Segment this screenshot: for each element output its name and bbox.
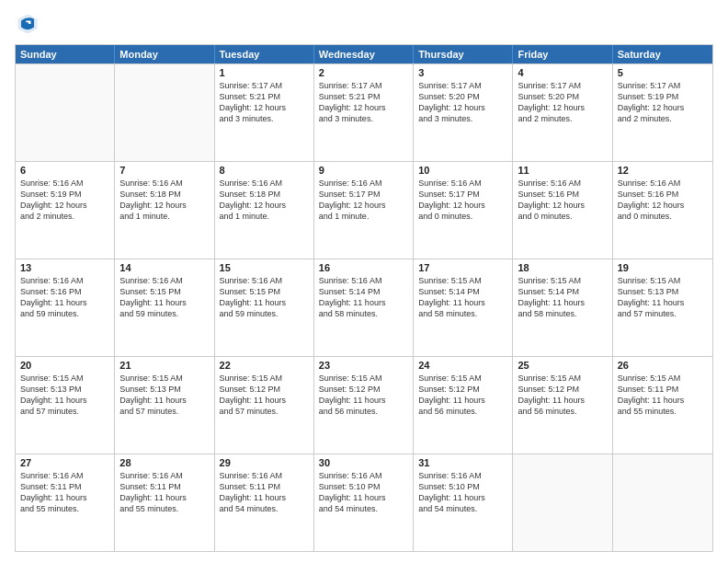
header-day-sunday: Sunday — [16, 45, 115, 63]
cell-line: Sunset: 5:16 PM — [20, 286, 109, 297]
day-cell-13: 13Sunrise: 5:16 AMSunset: 5:16 PMDayligh… — [16, 259, 115, 356]
cell-line: Sunset: 5:15 PM — [220, 286, 309, 297]
cell-line: Sunrise: 5:17 AM — [418, 80, 507, 91]
cell-line: Sunset: 5:16 PM — [518, 189, 607, 200]
cell-line: Sunrise: 5:17 AM — [220, 80, 309, 91]
cell-line: Sunrise: 5:15 AM — [418, 275, 507, 286]
cell-line: and 55 minutes. — [618, 406, 708, 417]
cell-line: Sunrise: 5:16 AM — [220, 178, 309, 189]
cell-line: Sunset: 5:19 PM — [20, 189, 109, 200]
cell-line: and 55 minutes. — [119, 503, 209, 514]
header — [15, 11, 713, 37]
cell-line: and 59 minutes. — [220, 308, 309, 319]
day-number: 15 — [220, 262, 309, 273]
day-cell-17: 17Sunrise: 5:15 AMSunset: 5:14 PMDayligh… — [414, 259, 513, 356]
cell-line: Sunset: 5:21 PM — [319, 91, 408, 102]
day-number: 20 — [20, 360, 109, 371]
cell-line: Sunrise: 5:16 AM — [319, 275, 408, 286]
cell-line: Daylight: 12 hours — [119, 200, 209, 211]
cell-line: Daylight: 12 hours — [319, 102, 408, 113]
day-number: 6 — [20, 165, 109, 176]
cell-line: Sunset: 5:12 PM — [418, 384, 507, 395]
header-day-tuesday: Tuesday — [215, 45, 314, 63]
week-row-5: 27Sunrise: 5:16 AMSunset: 5:11 PMDayligh… — [16, 454, 712, 551]
cell-line: Daylight: 11 hours — [20, 395, 109, 406]
day-number: 9 — [319, 165, 408, 176]
cell-line: Daylight: 12 hours — [518, 200, 607, 211]
empty-cell — [613, 454, 712, 551]
day-cell-11: 11Sunrise: 5:16 AMSunset: 5:16 PMDayligh… — [513, 162, 612, 259]
cell-line: and 59 minutes. — [20, 308, 109, 319]
day-number: 19 — [618, 262, 708, 273]
cell-line: and 0 minutes. — [618, 211, 708, 222]
cell-line: Sunset: 5:11 PM — [220, 481, 309, 492]
cell-line: Daylight: 11 hours — [20, 297, 109, 308]
day-cell-21: 21Sunrise: 5:15 AMSunset: 5:13 PMDayligh… — [115, 357, 214, 454]
cell-line: Daylight: 11 hours — [418, 297, 507, 308]
header-day-wednesday: Wednesday — [314, 45, 414, 63]
day-cell-8: 8Sunrise: 5:16 AMSunset: 5:18 PMDaylight… — [215, 162, 314, 259]
cell-line: Daylight: 12 hours — [618, 200, 708, 211]
header-day-friday: Friday — [513, 45, 612, 63]
day-cell-12: 12Sunrise: 5:16 AMSunset: 5:16 PMDayligh… — [613, 162, 712, 259]
day-number: 2 — [319, 67, 408, 78]
cell-line: Sunset: 5:13 PM — [20, 384, 109, 395]
day-number: 16 — [319, 262, 408, 273]
day-cell-26: 26Sunrise: 5:15 AMSunset: 5:11 PMDayligh… — [613, 357, 712, 454]
cell-line: Sunrise: 5:15 AM — [220, 373, 309, 384]
cell-line: and 57 minutes. — [220, 406, 309, 417]
cell-line: Daylight: 11 hours — [220, 492, 309, 503]
cell-line: Sunset: 5:12 PM — [220, 384, 309, 395]
cell-line: Sunset: 5:19 PM — [618, 91, 708, 102]
cell-line: Sunrise: 5:16 AM — [119, 275, 209, 286]
day-number: 17 — [418, 262, 507, 273]
cell-line: Sunrise: 5:16 AM — [220, 470, 309, 481]
day-number: 10 — [418, 165, 507, 176]
cell-line: and 54 minutes. — [319, 503, 408, 514]
cell-line: and 58 minutes. — [418, 308, 507, 319]
cell-line: and 57 minutes. — [618, 308, 708, 319]
week-row-1: 1Sunrise: 5:17 AMSunset: 5:21 PMDaylight… — [16, 63, 712, 161]
cell-line: Sunset: 5:14 PM — [518, 286, 607, 297]
cell-line: Sunrise: 5:16 AM — [220, 275, 309, 286]
day-number: 8 — [220, 165, 309, 176]
cell-line: and 1 minute. — [319, 211, 408, 222]
day-cell-25: 25Sunrise: 5:15 AMSunset: 5:12 PMDayligh… — [513, 357, 612, 454]
cell-line: and 56 minutes. — [418, 406, 507, 417]
cell-line: and 3 minutes. — [319, 113, 408, 124]
day-cell-7: 7Sunrise: 5:16 AMSunset: 5:18 PMDaylight… — [115, 162, 214, 259]
cell-line: Sunrise: 5:15 AM — [119, 373, 209, 384]
cell-line: Daylight: 11 hours — [418, 492, 507, 503]
cell-line: Sunrise: 5:15 AM — [518, 373, 607, 384]
empty-cell — [16, 64, 115, 161]
cell-line: Sunset: 5:14 PM — [418, 286, 507, 297]
cell-line: Daylight: 11 hours — [618, 395, 708, 406]
cell-line: Daylight: 12 hours — [518, 102, 607, 113]
cell-line: Sunset: 5:18 PM — [119, 189, 209, 200]
cell-line: Sunrise: 5:16 AM — [418, 470, 507, 481]
day-number: 5 — [618, 67, 708, 78]
cell-line: Sunrise: 5:16 AM — [119, 178, 209, 189]
cell-line: Sunrise: 5:16 AM — [518, 178, 607, 189]
cell-line: Sunrise: 5:15 AM — [418, 373, 507, 384]
calendar-header: SundayMondayTuesdayWednesdayThursdayFrid… — [16, 45, 712, 63]
cell-line: Sunset: 5:11 PM — [20, 481, 109, 492]
cell-line: Sunset: 5:21 PM — [220, 91, 309, 102]
day-number: 7 — [119, 165, 209, 176]
cell-line: Daylight: 11 hours — [220, 297, 309, 308]
cell-line: Sunset: 5:10 PM — [418, 481, 507, 492]
day-cell-18: 18Sunrise: 5:15 AMSunset: 5:14 PMDayligh… — [513, 259, 612, 356]
calendar: SundayMondayTuesdayWednesdayThursdayFrid… — [15, 44, 713, 552]
cell-line: Sunrise: 5:15 AM — [319, 373, 408, 384]
day-number: 13 — [20, 262, 109, 273]
cell-line: Daylight: 11 hours — [518, 395, 607, 406]
cell-line: Sunset: 5:11 PM — [119, 481, 209, 492]
cell-line: and 3 minutes. — [418, 113, 507, 124]
day-number: 11 — [518, 165, 607, 176]
cell-line: Sunset: 5:10 PM — [319, 481, 408, 492]
cell-line: Sunrise: 5:16 AM — [20, 275, 109, 286]
day-cell-29: 29Sunrise: 5:16 AMSunset: 5:11 PMDayligh… — [215, 454, 314, 551]
cell-line: Daylight: 12 hours — [20, 200, 109, 211]
cell-line: Daylight: 11 hours — [518, 297, 607, 308]
cell-line: Sunrise: 5:16 AM — [319, 178, 408, 189]
